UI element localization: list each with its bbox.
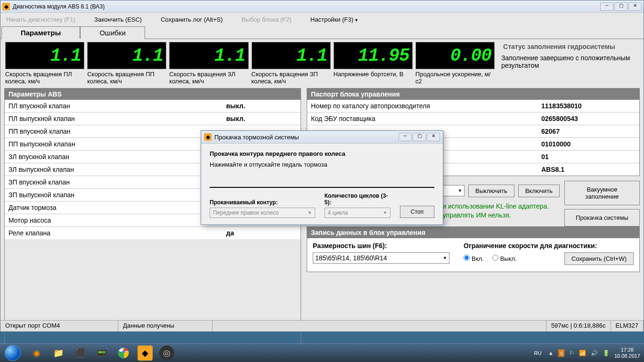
battery-icon[interactable]: 🔋	[603, 350, 610, 356]
param-row: ПЛ выпускной клапанвыкл.	[5, 113, 301, 125]
chevron-down-icon: ▼	[443, 256, 447, 260]
modal-title-bar[interactable]: ◆ Прокачка тормозной системы ─ ▢ ✕	[201, 131, 443, 144]
sb-adapter: ELM327	[611, 321, 644, 331]
menu-settings[interactable]: Настройки (F3)▼	[310, 16, 359, 23]
tire-size-select[interactable]: 185\65\R14, 185\60\R14▼	[313, 252, 449, 264]
passport-row: Код ЭБУ поставщика0265800543	[307, 113, 639, 125]
modal-body: Прокачка контура переднего правого колес…	[201, 144, 443, 225]
tab-bar: Параметры Ошибки	[0, 26, 644, 39]
speed-limit-group: Ограничение скорости для диагностики: Вк…	[464, 242, 634, 265]
tab-params[interactable]: Параметры	[1, 26, 80, 39]
lcd-row: 1.1Скорость вращения ПЛ колеса, км/ч 1.1…	[5, 42, 639, 85]
tray-up-icon[interactable]: ▲	[548, 350, 554, 356]
passport-title: Паспорт блока управления	[307, 88, 639, 100]
bleed-system-button[interactable]: Прокачка системы	[564, 209, 640, 226]
steering-icon[interactable]: ◎	[159, 346, 174, 361]
menubar: Начать диагностику (F1) Закончить (ESC) …	[0, 13, 644, 26]
menu-finish[interactable]: Закончить (ESC)	[94, 16, 142, 23]
language-indicator[interactable]: RU	[532, 349, 543, 357]
volume-icon[interactable]: 🔊	[591, 350, 598, 356]
bleed-modal: ◆ Прокачка тормозной системы ─ ▢ ✕ Прока…	[201, 130, 443, 225]
cycles-field: Количество циклов (3-5): 4 цикла▼	[325, 193, 391, 218]
taskbar: ◉ 📁 ⬛ 📟 ◆ ◎ RU ▲ a ⚐ 📶 🔊 🔋 17:28 10.08.2…	[0, 343, 644, 362]
modal-buttons: ─ ▢ ✕	[399, 133, 440, 141]
app-icon: ◆	[2, 3, 10, 10]
im-right-buttons: Вакуумное заполнение Прокачка системы	[564, 181, 640, 226]
window-buttons: ─ ▢ ✕	[600, 2, 642, 11]
stop-button[interactable]: Стоп	[400, 206, 434, 218]
chrome-icon[interactable]	[116, 346, 131, 361]
lcd-fl-speed: 1.1Скорость вращения ПЛ колеса, км/ч	[5, 42, 84, 85]
tire-size-group: Размерность шин (F6): 185\65\R14, 185\60…	[313, 242, 449, 265]
fill-status-panel: Статус заполнения гидросистемы Заполнени…	[497, 42, 639, 85]
lcd-voltage: 11.95Напряжение бортсети, В	[334, 42, 413, 85]
circuit-field: Прокачиваемый контур: Переднее правое ко…	[210, 199, 315, 218]
app-icon-blue[interactable]: ⬛	[73, 346, 88, 361]
sb-port: Открыт порт COM4	[0, 321, 118, 331]
flag-icon[interactable]: ⚐	[569, 350, 574, 356]
lcd-rl-speed: 1.1Скорость вращения ЗЛ колеса, км/ч	[169, 42, 248, 85]
radio-off[interactable]: Выкл.	[492, 255, 517, 262]
modal-instruction: Нажимайте и отпускайте педаль тормоза	[210, 161, 434, 168]
param-row: ПЛ впускной клапанвыкл.	[5, 100, 301, 113]
network-icon[interactable]: 📶	[579, 350, 586, 356]
passport-row: Номер по каталогу автопроизводителя11183…	[307, 100, 639, 113]
menu-savelog[interactable]: Сохранить лог (Alt+S)	[161, 16, 223, 23]
lcd-accel: 0.00Продольное ускорение, м/с2	[416, 42, 495, 85]
write-block-panel: Запись данных в блок управления Размерно…	[307, 226, 640, 272]
circuit-select[interactable]: Переднее правое колесо▼	[210, 208, 315, 218]
save-write-button[interactable]: Сохранить (Ctrl+W)	[564, 252, 634, 265]
taskbar-icons: ◉ 📁 ⬛ 📟 ◆ ◎	[25, 346, 174, 361]
param-row: Реле клапанада	[5, 227, 301, 239]
start-button[interactable]	[0, 344, 25, 362]
chevron-down-icon: ▼	[383, 210, 387, 215]
menu-select-block: Выбор блока (F2)	[242, 16, 292, 23]
maximize-button[interactable]: ▢	[413, 133, 426, 141]
media-player-icon[interactable]: ◉	[29, 346, 44, 361]
cycles-select[interactable]: 4 цикла▼	[325, 208, 391, 218]
maximize-button[interactable]: ▢	[614, 2, 628, 11]
write-block-title: Запись данных в блок управления	[307, 227, 639, 238]
tray-a-icon[interactable]: a	[558, 349, 564, 357]
lcd-fr-speed: 1.1Скорость вращения ПП колеса, км/ч	[87, 42, 166, 85]
tab-errors[interactable]: Ошибки	[80, 26, 145, 39]
close-button[interactable]: ✕	[427, 133, 440, 141]
lcd-rr-speed: 1.1Скорость вращения ЗП колеса, км/ч	[252, 42, 331, 85]
write-form: Размерность шин (F6): 185\65\R14, 185\60…	[307, 238, 639, 272]
statusbar: Открыт порт COM4 Данные получены 597мс |…	[0, 320, 644, 331]
abs-params-title: Параметры ABS	[5, 88, 301, 100]
sb-timing: 597мс | 0:6:18,886с	[546, 321, 611, 331]
radio-on[interactable]: Вкл.	[464, 255, 484, 262]
explorer-icon[interactable]: 📁	[51, 346, 66, 361]
app-icon: ◆	[204, 133, 212, 141]
sb-spacer	[212, 321, 546, 331]
im-on-button[interactable]: Включить	[518, 185, 560, 197]
vacuum-fill-button[interactable]: Вакуумное заполнение	[564, 181, 640, 205]
modal-title-text: Прокачка тормозной системы	[214, 134, 399, 141]
fill-status-text: Заполнение завершено с положительным рез…	[501, 51, 639, 69]
fill-status-title: Статус заполнения гидросистемы	[501, 42, 639, 51]
menu-start: Начать диагностику (F1)	[6, 16, 75, 23]
windows-logo-icon	[5, 345, 21, 361]
sb-data: Данные получены	[118, 321, 212, 331]
chevron-down-icon: ▼	[308, 210, 312, 215]
modal-controls: Прокачиваемый контур: Переднее правое ко…	[210, 193, 434, 218]
minimize-button[interactable]: ─	[600, 2, 613, 11]
close-button[interactable]: ✕	[628, 2, 642, 11]
chevron-down-icon: ▼	[458, 188, 462, 193]
im-off-button[interactable]: Выключить	[468, 185, 514, 197]
title-bar[interactable]: ◆ Диагностика модуля ABS 8.1 (ВАЗ) ─ ▢ ✕	[0, 0, 644, 13]
diag-app-icon[interactable]: ◆	[138, 346, 153, 361]
modal-divider	[210, 187, 434, 188]
system-tray: RU ▲ a ⚐ 📶 🔊 🔋 17:28 10.08.2017	[532, 347, 644, 358]
window-title: Диагностика модуля ABS 8.1 (ВАЗ)	[13, 3, 600, 10]
calculator-icon[interactable]: 📟	[94, 346, 109, 361]
minimize-button[interactable]: ─	[399, 133, 412, 141]
speed-limit-radios: Вкл. Выкл. Сохранить (Ctrl+W)	[464, 252, 634, 265]
modal-heading: Прокачка контура переднего правого колес…	[210, 150, 434, 157]
clock[interactable]: 17:28 10.08.2017	[614, 347, 640, 358]
